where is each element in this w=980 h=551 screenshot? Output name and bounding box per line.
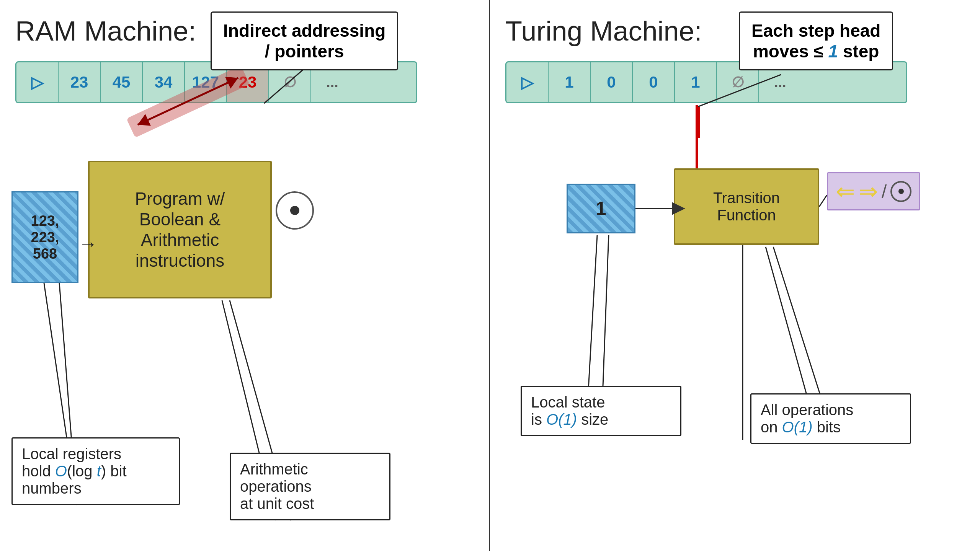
register-box: 123,223,568 (11, 191, 78, 283)
head-moves-box: Each step headmoves ≤ 1 step (739, 11, 893, 70)
tape-cell-1: 23 (59, 61, 101, 103)
left-arrow-icon: ⇐ (836, 178, 855, 205)
direction-arrows-box: ⇐ ⇒ / (827, 172, 920, 210)
program-box: Program w/Boolean &Arithmeticinstruction… (88, 161, 272, 298)
o1-state-math: O(1) (546, 411, 577, 428)
state-box: 1 (567, 184, 635, 233)
annotation-arith: Arithmeticoperationsat unit cost (230, 453, 390, 520)
pointer-annotation-box: Indirect addressing / pointers (211, 11, 398, 70)
pointer-text-line1: Indirect addressing (223, 21, 385, 41)
turing-cell-3: 0 (633, 61, 675, 103)
pointer-text-line2: / pointers (265, 41, 344, 61)
slash-icon: / (882, 181, 887, 202)
output-circle (276, 191, 314, 230)
svg-marker-3 (135, 114, 151, 130)
right-arrow-icon: ⇒ (859, 178, 878, 205)
circle-icon (890, 181, 911, 202)
leq-1-math: 1 (828, 41, 838, 61)
head-indicator (697, 107, 700, 138)
register-to-program-arrow: → (78, 233, 98, 255)
svg-line-17 (819, 195, 827, 207)
annotation-ops: All operationson O(1) bits (750, 393, 911, 444)
turing-cell-4: 1 (675, 61, 717, 103)
o-log-t-math: O (55, 463, 67, 479)
tape-cell-2: 45 (101, 61, 143, 103)
turing-cell-0: ▷ (506, 61, 549, 103)
left-panel: RAM Machine: ▷ 23 45 34 127 23 ∅ ... Ind… (0, 0, 490, 551)
right-panel: Turing Machine: ▷ 1 0 0 1 ∅ ... Each ste… (490, 0, 980, 551)
turing-title: Turing Machine: (505, 15, 965, 47)
tape-cell-0: ▷ (16, 61, 59, 103)
tape-cell-3: 34 (143, 61, 185, 103)
turing-cell-2: 0 (591, 61, 633, 103)
o1-ops-math: O(1) (782, 419, 813, 435)
annotation-local-state: Local stateis O(1) size (521, 386, 681, 436)
transition-function-box: TransitionFunction (674, 168, 819, 245)
turing-cell-1: 1 (549, 61, 591, 103)
main-container: RAM Machine: ▷ 23 45 34 127 23 ∅ ... Ind… (0, 0, 980, 551)
annotation-registers: Local registershold O(log t) bitnumbers (11, 437, 180, 505)
